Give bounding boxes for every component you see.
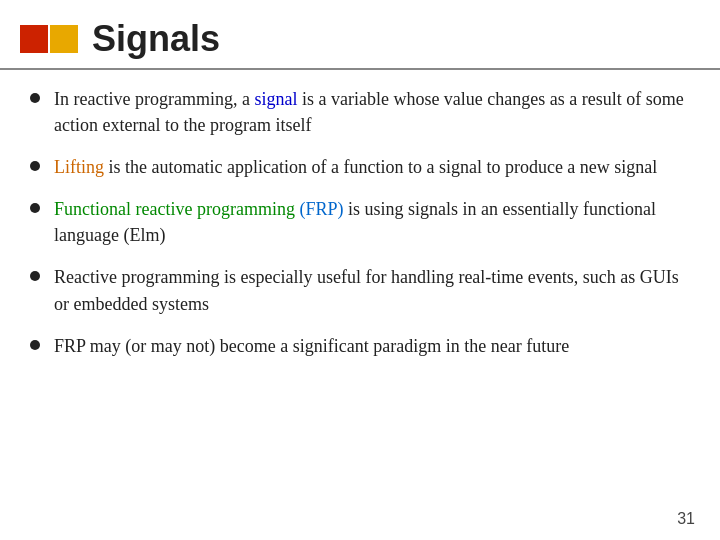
logo-red-block xyxy=(20,25,48,53)
frp-green-highlight: Functional reactive programming xyxy=(54,199,295,219)
logo-blocks xyxy=(20,25,78,53)
bullet-text: FRP may (or may not) become a significan… xyxy=(54,333,685,359)
logo-yellow-block xyxy=(50,25,78,53)
bullet-dot xyxy=(30,203,40,213)
list-item: Functional reactive programming (FRP) is… xyxy=(30,196,685,248)
bullet-list: In reactive programming, a signal is a v… xyxy=(30,86,685,359)
slide-content: In reactive programming, a signal is a v… xyxy=(0,76,720,385)
slide-title: Signals xyxy=(92,18,220,60)
bullet-dot xyxy=(30,161,40,171)
list-item: Reactive programming is especially usefu… xyxy=(30,264,685,316)
lifting-highlight: Lifting xyxy=(54,157,104,177)
bullet-text: Lifting is the automatic application of … xyxy=(54,154,685,180)
bullet-dot xyxy=(30,271,40,281)
bullet-text: Functional reactive programming (FRP) is… xyxy=(54,196,685,248)
slide: Signals In reactive programming, a signa… xyxy=(0,0,720,540)
bullet-dot xyxy=(30,93,40,103)
page-number: 31 xyxy=(677,510,695,528)
list-item: In reactive programming, a signal is a v… xyxy=(30,86,685,138)
slide-header: Signals xyxy=(0,0,720,70)
bullet-text: In reactive programming, a signal is a v… xyxy=(54,86,685,138)
bullet-text: Reactive programming is especially usefu… xyxy=(54,264,685,316)
list-item: FRP may (or may not) become a significan… xyxy=(30,333,685,359)
list-item: Lifting is the automatic application of … xyxy=(30,154,685,180)
bullet-dot xyxy=(30,340,40,350)
frp-blue-highlight: (FRP) xyxy=(299,199,343,219)
signal-highlight: signal xyxy=(254,89,297,109)
